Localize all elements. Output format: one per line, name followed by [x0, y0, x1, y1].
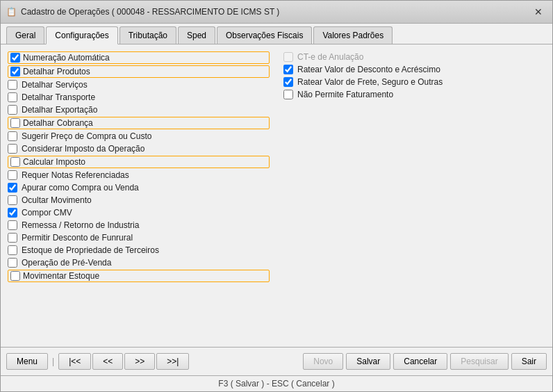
- considerar-imposto-label[interactable]: Considerar Imposto da Operação: [22, 144, 145, 154]
- menu-button[interactable]: Menu: [6, 353, 48, 370]
- remessa-checkbox[interactable]: [8, 220, 17, 230]
- detalhar-cobranca-label[interactable]: Detalhar Cobrança: [23, 118, 93, 128]
- salvar-button[interactable]: Salvar: [346, 353, 390, 370]
- remessa-label[interactable]: Remessa / Retorno de Industria: [22, 220, 139, 230]
- ratear-desconto-item: Ratear Valor de Desconto e Acréscimo: [283, 64, 545, 75]
- detalhar-produtos-checkbox[interactable]: [10, 67, 20, 76]
- detalhar-transporte-label[interactable]: Detalhar Transporte: [22, 92, 95, 102]
- right-column: CT-e de Anulação Ratear Valor de Descont…: [283, 51, 545, 340]
- numeracao-item: Numeração Automática: [8, 51, 270, 64]
- detalhar-exportacao-checkbox[interactable]: [8, 105, 17, 115]
- apurar-checkbox[interactable]: [8, 183, 17, 193]
- main-window: 📋 Cadastro de Operações ( 000048 - RESSA…: [0, 0, 553, 392]
- sugerir-preco-checkbox[interactable]: [8, 131, 17, 141]
- footer-buttons: Menu | |<< << >> >>| Novo Salvar Cancela…: [1, 347, 552, 375]
- ratear-frete-checkbox[interactable]: [283, 77, 293, 87]
- cte-anulacao-item: CT-e de Anulação: [283, 51, 545, 63]
- apurar-label[interactable]: Apurar como Compra ou Venda: [22, 183, 139, 193]
- estoque-propriedade-item: Estoque de Propriedade de Terceiros: [8, 245, 270, 256]
- nav-group: |<< << >> >>|: [58, 353, 189, 370]
- detalhar-servicos-item: Detalhar Serviços: [8, 79, 270, 90]
- detalhar-servicos-checkbox[interactable]: [8, 80, 17, 90]
- cancelar-button[interactable]: Cancelar: [393, 353, 447, 370]
- detalhar-exportacao-label[interactable]: Detalhar Exportação: [22, 105, 97, 115]
- requer-notas-item: Requer Notas Referenciadas: [8, 170, 270, 181]
- estoque-propriedade-checkbox[interactable]: [8, 245, 17, 255]
- operacao-pre-venda-checkbox[interactable]: [8, 258, 17, 268]
- ratear-desconto-label[interactable]: Ratear Valor de Desconto e Acréscimo: [297, 65, 440, 74]
- tab-tributacao[interactable]: Tributação: [119, 26, 176, 44]
- status-bar: F3 ( Salvar ) - ESC ( Cancelar ): [1, 375, 552, 391]
- tab-valores[interactable]: Valores Padrões: [313, 26, 393, 44]
- calcular-imposto-label[interactable]: Calcular Imposto: [23, 157, 85, 167]
- ocultar-label[interactable]: Ocultar Movimento: [22, 195, 92, 205]
- ratear-frete-item: Ratear Valor de Frete, Seguro e Outras: [283, 76, 545, 88]
- apurar-item: Apurar como Compra ou Venda: [8, 182, 270, 193]
- requer-notas-checkbox[interactable]: [8, 170, 17, 180]
- window-icon: 📋: [6, 7, 17, 17]
- first-button[interactable]: |<<: [58, 353, 91, 370]
- tab-configuracoes[interactable]: Configurações: [46, 26, 117, 44]
- permitir-desconto-label[interactable]: Permitir Desconto de Funrural: [22, 233, 133, 243]
- calcular-imposto-item: Calcular Imposto: [8, 156, 270, 168]
- detalhar-servicos-label[interactable]: Detalhar Serviços: [22, 80, 88, 90]
- close-button[interactable]: ✕: [530, 5, 547, 19]
- ocultar-item: Ocultar Movimento: [8, 195, 270, 206]
- detalhar-produtos-label[interactable]: Detalhar Produtos: [23, 67, 90, 76]
- cte-anulacao-checkbox: [283, 52, 293, 62]
- compor-cmv-checkbox[interactable]: [8, 208, 17, 218]
- tab-sped[interactable]: Sped: [178, 26, 215, 44]
- operacao-pre-venda-label[interactable]: Operação de Pré-Venda: [22, 258, 111, 268]
- next-button[interactable]: >>: [124, 353, 155, 370]
- detalhar-cobranca-item: Detalhar Cobrança: [8, 117, 270, 129]
- pesquisar-button[interactable]: Pesquisar: [450, 353, 508, 370]
- movimentar-estoque-checkbox[interactable]: [10, 271, 20, 281]
- permitir-desconto-checkbox[interactable]: [8, 233, 17, 243]
- sair-button[interactable]: Sair: [511, 353, 547, 370]
- permitir-desconto-item: Permitir Desconto de Funrural: [8, 232, 270, 243]
- considerar-imposto-checkbox[interactable]: [8, 144, 17, 154]
- sugerir-preco-item: Sugerir Preço de Compra ou Custo: [8, 131, 270, 142]
- ratear-desconto-checkbox[interactable]: [283, 65, 293, 74]
- ratear-frete-label[interactable]: Ratear Valor de Frete, Seguro e Outras: [297, 77, 443, 87]
- ocultar-checkbox[interactable]: [8, 195, 17, 205]
- tab-observacoes[interactable]: Observações Fiscais: [217, 26, 312, 44]
- movimentar-estoque-label[interactable]: Movimentar Estoque: [23, 271, 99, 281]
- requer-notas-label[interactable]: Requer Notas Referenciadas: [22, 170, 129, 180]
- nao-permite-label[interactable]: Não Permite Faturamento: [297, 90, 393, 99]
- detalhar-exportacao-item: Detalhar Exportação: [8, 104, 270, 115]
- sugerir-preco-label[interactable]: Sugerir Preço de Compra ou Custo: [22, 131, 151, 141]
- status-text: F3 ( Salvar ) - ESC ( Cancelar ): [218, 379, 334, 389]
- calcular-imposto-checkbox[interactable]: [10, 157, 20, 167]
- detalhar-transporte-checkbox[interactable]: [8, 92, 17, 102]
- estoque-propriedade-label[interactable]: Estoque de Propriedade de Terceiros: [22, 245, 159, 255]
- detalhar-produtos-item: Detalhar Produtos: [8, 65, 270, 78]
- tab-bar: Geral Configurações Tributação Sped Obse…: [1, 24, 552, 44]
- remessa-item: Remessa / Retorno de Industria: [8, 220, 270, 231]
- last-button[interactable]: >>|: [156, 353, 189, 370]
- cte-anulacao-label: CT-e de Anulação: [297, 52, 363, 62]
- considerar-imposto-item: Considerar Imposto da Operação: [8, 143, 270, 154]
- nao-permite-item: Não Permite Faturamento: [283, 89, 545, 100]
- numeracao-label[interactable]: Numeração Automática: [23, 53, 110, 63]
- numeracao-checkbox[interactable]: [10, 53, 20, 63]
- left-column: Numeração Automática Detalhar Produtos D…: [8, 51, 270, 340]
- compor-cmv-label[interactable]: Compor CMV: [22, 208, 72, 218]
- detalhar-cobranca-checkbox[interactable]: [10, 118, 20, 128]
- window-title: Cadastro de Operações ( 000048 - RESSARC…: [21, 7, 279, 17]
- title-bar: 📋 Cadastro de Operações ( 000048 - RESSA…: [1, 1, 552, 24]
- operacao-pre-venda-item: Operação de Pré-Venda: [8, 257, 270, 268]
- tab-geral[interactable]: Geral: [6, 26, 44, 44]
- nao-permite-checkbox[interactable]: [283, 90, 293, 99]
- novo-button[interactable]: Novo: [303, 353, 343, 370]
- content-area: Numeração Automática Detalhar Produtos D…: [1, 44, 552, 347]
- movimentar-estoque-item: Movimentar Estoque: [8, 270, 270, 282]
- compor-cmv-item: Compor CMV: [8, 207, 270, 218]
- prev-button[interactable]: <<: [92, 353, 123, 370]
- detalhar-transporte-item: Detalhar Transporte: [8, 92, 270, 103]
